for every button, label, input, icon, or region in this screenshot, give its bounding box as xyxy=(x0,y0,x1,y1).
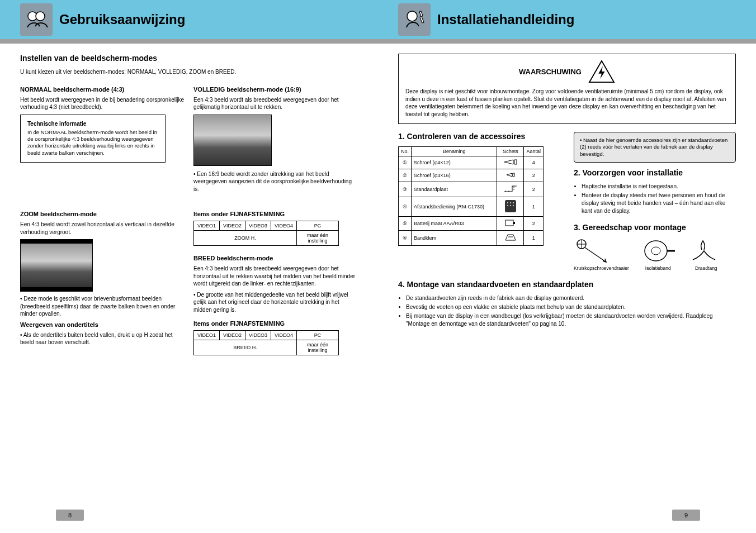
sec1-title: 1. Controleren van de accessoires xyxy=(398,132,560,141)
acc-head-shape: Schets xyxy=(497,147,524,156)
tape-icon xyxy=(639,237,677,264)
svg-point-7 xyxy=(513,202,514,203)
mounting-list: De standaardvoeten zijn reeds in de fabr… xyxy=(406,294,736,328)
header-title-right: Installatiehandleiding xyxy=(437,12,574,27)
note-text: • Naast de hier genoemde accessoires zij… xyxy=(580,137,727,157)
tech-box-body: In de NORMAAL beeldscherm-mode wordt het… xyxy=(27,129,158,156)
page-number-left: 8 xyxy=(56,510,84,521)
precaution-list: Haptische installatie is niet toegestaan… xyxy=(582,183,736,215)
volledig-example-image xyxy=(193,115,272,166)
ft2-h4: VIDEO4 xyxy=(271,331,297,340)
header-title-left: Gebruiksaanwijzing xyxy=(59,12,185,27)
technical-info-box: Technische informatie In de NORMAAL beel… xyxy=(20,115,166,163)
ft1-h4: VIDEO4 xyxy=(271,221,297,231)
svg-rect-11 xyxy=(505,220,513,226)
modes-row-3: ZOOM beeldscherm-mode Een 4:3 beeld word… xyxy=(20,204,358,360)
table-row: ⑥ Bandklem 1 xyxy=(399,231,544,246)
section-title-screen-modes: Instellen van de beeldscherm-modes xyxy=(20,54,358,63)
header-divider xyxy=(0,39,756,44)
ft1-h3: VIDEO3 xyxy=(245,221,271,231)
ft2-c2: maar één instelling xyxy=(297,340,339,355)
bracket-icon xyxy=(503,184,518,195)
tool-screwdriver: Kruiskopschroevendraaier xyxy=(574,237,629,271)
sec3-title: 3. Gereedschap voor montage xyxy=(574,223,736,232)
note-box: • Naast de hier genoemde accessoires zij… xyxy=(574,132,736,163)
acc-head-qty: Aantal xyxy=(524,147,544,156)
normaal-text: Het beeld wordt weergegeven in de bij be… xyxy=(20,96,185,111)
header-left: Gebruiksaanwijzing xyxy=(0,0,378,39)
battery-icon xyxy=(504,218,517,229)
svg-point-10 xyxy=(513,205,514,206)
fijn-table-title-1: Items onder FIJNAFSTEMMING xyxy=(193,211,358,217)
fijn-table-title-2: Items onder FIJNAFSTEMMING xyxy=(193,320,358,327)
list-item: Haptische installatie is niet toegestaan… xyxy=(582,183,736,191)
svg-point-2 xyxy=(407,11,417,21)
subtitle-tip: • Als de ondertitels buiten beeld vallen… xyxy=(20,331,185,346)
ft1-c2: maar één instelling xyxy=(297,231,339,246)
top-header-bar: Gebruiksaanwijzing Installatiehandleidin… xyxy=(0,0,756,39)
ft2-h1: VIDEO1 xyxy=(194,331,220,340)
list-item: De standaardvoeten zijn reeds in de fabr… xyxy=(406,294,736,302)
breed-text2: • De grootte van het middengedeelte van … xyxy=(193,291,358,314)
acc-head-no: No. xyxy=(399,147,412,156)
svg-point-5 xyxy=(507,202,508,203)
zoom-example-image xyxy=(20,239,93,292)
screwdriver-icon xyxy=(574,237,612,264)
volledig-text: Een 4:3 beeld wordt als breedbeeld weerg… xyxy=(193,96,358,111)
ft1-h5: PC xyxy=(297,221,339,231)
ft2-h3: VIDEO3 xyxy=(245,331,271,340)
table-row: ⑤ Batterij maat AAA/R03 2 xyxy=(399,217,544,231)
ft1-c1: ZOOM H. xyxy=(194,231,297,246)
ft2-h2: VIDEO2 xyxy=(220,331,245,340)
svg-point-8 xyxy=(507,205,508,206)
modes-row-1: NORMAAL beeldscherm-mode (4:3) Het beeld… xyxy=(20,79,358,115)
list-item: Hanteer de display steeds met twee perso… xyxy=(582,192,736,215)
accessories-table: No. Benaming Schets Aantal ① Schroef (φ4… xyxy=(398,146,544,246)
breed-text: Een 4:3 beeld wordt als breedbeeld weerg… xyxy=(193,265,358,288)
ft1-h2: VIDEO2 xyxy=(220,221,245,231)
page-footer: 8 9 xyxy=(0,502,756,524)
list-item: Bevestig de voeten op een vlakke en stab… xyxy=(406,303,736,311)
ft1-h1: VIDEO1 xyxy=(194,221,220,231)
sec4-title: 4. Montage van standaardvoeten en standa… xyxy=(398,280,736,289)
tool-pliers: Draadtang xyxy=(687,237,725,271)
normaal-heading: NORMAAL beeldscherm-mode (4:3) xyxy=(20,86,185,93)
volledig-heading: VOLLEDIG beeldscherm-mode (16:9) xyxy=(193,86,358,93)
left-page: Gebruiksaanwijzing Installatiehandleidin… xyxy=(0,44,378,502)
table-row: ③ Standaardplaat 2 xyxy=(399,182,544,197)
screw-small-icon xyxy=(505,171,516,180)
right-page: Gebruiksaanwijzing Installatiehandleidin… xyxy=(378,44,756,502)
remote-icon xyxy=(503,199,518,215)
list-item: Bij montage van de display in een wandbe… xyxy=(406,312,736,328)
acc-head-name: Benaming xyxy=(412,147,497,156)
zoom-heading: ZOOM beeldscherm-mode xyxy=(20,211,185,217)
tech-box-title: Technische informatie xyxy=(27,121,158,127)
tools-row: Kruiskopschroevendraaier Isolatieband Dr… xyxy=(574,237,736,271)
pliers-icon xyxy=(687,237,725,264)
volledig-tip: • Een 16:9 beeld wordt zonder uitrekking… xyxy=(193,170,358,193)
header-right: Installatiehandleiding xyxy=(378,0,756,39)
svg-point-1 xyxy=(36,12,45,21)
ft2-c1: BREED H. xyxy=(194,340,297,355)
user-manual-icon xyxy=(20,3,53,36)
zoom-tip: • Deze mode is geschikt voor brievenbusf… xyxy=(20,295,185,318)
tool-tape: Isolatieband xyxy=(639,237,677,271)
table-row: ② Schroef (φ3×16) 2 xyxy=(399,169,544,182)
breed-heading: BREED beeldscherm-mode xyxy=(193,255,358,261)
warning-body: Deze display is niet geschikt voor inbou… xyxy=(405,88,729,118)
right-split: 1. Controleren van de accessoires No. Be… xyxy=(398,132,736,271)
page-body: Gebruiksaanwijzing Installatiehandleidin… xyxy=(0,44,756,502)
svg-point-15 xyxy=(651,247,660,255)
ft2-h5: PC xyxy=(297,331,339,340)
warning-title: WAARSCHUWING xyxy=(519,68,582,76)
clamp-icon xyxy=(504,232,517,244)
fijn-table-1: VIDEO1 VIDEO2 VIDEO3 VIDEO4 PC ZOOM H. m… xyxy=(193,221,339,246)
warning-box: WAARSCHUWING Deze display is niet geschi… xyxy=(398,54,736,124)
svg-point-6 xyxy=(510,202,511,203)
table-row: ④ Afstandsbediening (RM-C1730) 1 xyxy=(399,197,544,217)
sec2-title: 2. Voorzorgen voor installatie xyxy=(574,168,736,177)
page-number-right: 9 xyxy=(672,510,700,521)
intro-text: U kunt kiezen uit vier beeldscherm-modes… xyxy=(20,68,358,76)
subtitle-heading: Weergeven van ondertitels xyxy=(20,321,185,328)
high-voltage-icon xyxy=(588,60,615,83)
